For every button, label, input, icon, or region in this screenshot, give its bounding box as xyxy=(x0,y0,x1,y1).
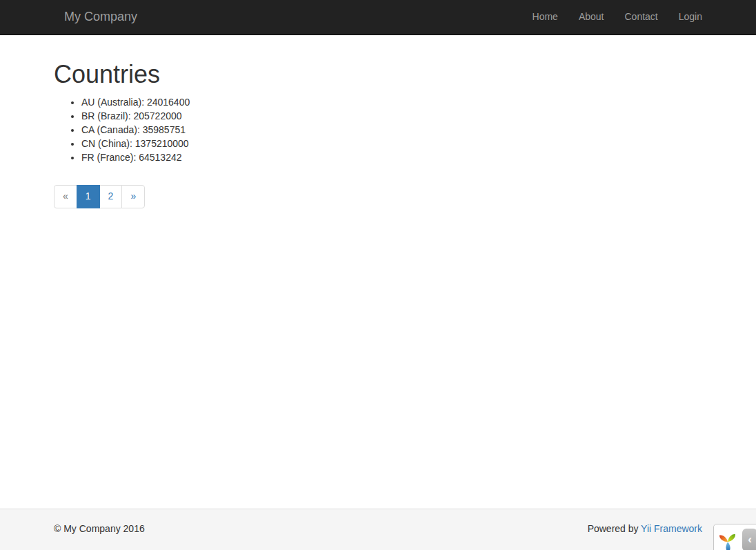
footer: © My Company 2016 Powered byYii Framewor… xyxy=(0,509,756,550)
copyright-text: © My Company 2016 xyxy=(54,522,145,536)
nav-link-contact[interactable]: Contact xyxy=(614,0,668,35)
yii-framework-link[interactable]: Yii Framework xyxy=(641,523,702,534)
nav-item-login: Login xyxy=(668,0,713,35)
navbar: My Company Home About Contact Login xyxy=(0,0,756,35)
nav-link-home[interactable]: Home xyxy=(522,0,568,35)
chevron-left-icon: ‹ xyxy=(748,533,752,545)
navbar-menu: Home About Contact Login xyxy=(522,0,713,35)
powered-by-text: Powered byYii Framework xyxy=(588,522,702,536)
chevron-double-right-icon[interactable]: » xyxy=(121,185,145,208)
debug-toggle-button[interactable]: ‹ xyxy=(742,529,756,550)
countries-list: AU (Australia): 24016400 BR (Brazil): 20… xyxy=(54,95,702,164)
pagination-page-2-link[interactable]: 2 xyxy=(99,185,123,208)
country-list-item: AU (Australia): 24016400 xyxy=(81,95,702,109)
nav-item-about: About xyxy=(568,0,615,35)
pagination-page-2[interactable]: 2 xyxy=(100,185,123,208)
country-list-item: FR (France): 64513242 xyxy=(81,150,702,164)
chevron-double-left-icon: « xyxy=(54,185,77,208)
pagination-page-1[interactable]: 1 xyxy=(77,185,100,208)
navbar-brand[interactable]: My Company xyxy=(54,0,148,35)
debug-toolbar[interactable]: ‹ xyxy=(713,524,756,550)
powered-by-prefix: Powered by xyxy=(588,523,639,534)
pagination-prev: « xyxy=(54,185,77,208)
country-list-item: CN (China): 1375210000 xyxy=(81,137,702,150)
nav-item-home: Home xyxy=(522,0,568,35)
nav-link-about[interactable]: About xyxy=(568,0,615,35)
page-title: Countries xyxy=(54,61,702,88)
nav-item-contact: Contact xyxy=(614,0,668,35)
pagination: « 1 2 » xyxy=(54,185,145,208)
country-list-item: BR (Brazil): 205722000 xyxy=(81,109,702,123)
pagination-next[interactable]: » xyxy=(122,185,145,208)
yii-logo-icon[interactable] xyxy=(718,529,739,550)
pagination-page-1-link[interactable]: 1 xyxy=(77,185,100,208)
country-list-item: CA (Canada): 35985751 xyxy=(81,123,702,137)
nav-link-login[interactable]: Login xyxy=(668,0,713,35)
